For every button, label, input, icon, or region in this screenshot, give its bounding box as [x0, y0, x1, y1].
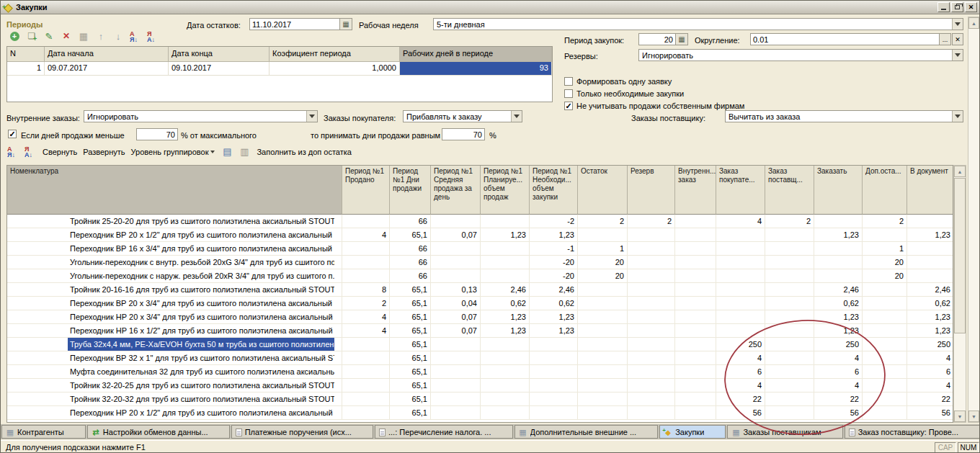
cell[interactable]: 22 [814, 393, 863, 405]
cell[interactable] [814, 242, 863, 255]
cell[interactable] [863, 324, 907, 337]
scroll-up-button[interactable]: ▲ [954, 166, 966, 177]
cell[interactable] [481, 242, 530, 255]
cell[interactable]: 66 [390, 256, 431, 269]
column-header[interactable]: Заказ покупате... [716, 166, 765, 215]
cell[interactable] [530, 338, 578, 351]
cell[interactable]: Переходник НР 20 х 3/4" для труб из сшит… [7, 310, 342, 323]
cell[interactable] [907, 269, 953, 282]
cell[interactable]: 2 [765, 215, 814, 228]
table-row[interactable]: Угольник-переходник с наруж. резьбой 20х… [7, 269, 953, 283]
table-row[interactable]: Переходник ВР 16 х 3/4" для труб из сшит… [7, 242, 953, 256]
cell[interactable]: Труба 32х4,4 мм, PE-Xa/EVOH бухта 50 м т… [7, 338, 342, 351]
sales-days-min-percent-input[interactable]: 70 [136, 128, 178, 140]
cell[interactable] [675, 228, 716, 241]
report-icon[interactable] [238, 146, 251, 158]
column-header[interactable]: Период №1 Планируе... объем продаж [481, 166, 530, 215]
cell[interactable]: 0,62 [814, 297, 863, 310]
cell[interactable] [481, 393, 530, 405]
cell[interactable]: 4 [716, 215, 765, 228]
cell[interactable]: 1,23 [907, 228, 953, 241]
cell[interactable] [431, 365, 481, 378]
cell[interactable] [765, 365, 814, 378]
tab-5[interactable]: Дополнительные внешние ... [514, 425, 659, 439]
table-row[interactable]: Переходник ВР 20 х 1/2" для труб из сшит… [7, 228, 953, 242]
cell[interactable] [863, 393, 907, 405]
cell[interactable]: Угольник-переходник с наруж. резьбой 20х… [7, 269, 342, 282]
option-checkbox-row[interactable]: Формировать одну заявку [564, 75, 744, 87]
cell[interactable] [675, 283, 716, 296]
cell[interactable]: 6 [907, 365, 953, 378]
cell[interactable] [765, 324, 814, 337]
cell[interactable]: 6 [716, 365, 765, 378]
cell[interactable]: 66 [390, 269, 431, 282]
restore-button[interactable] [951, 2, 963, 12]
collapse-button[interactable]: Свернуть [43, 148, 77, 156]
table-row[interactable]: Труба 32х4,4 мм, PE-Xa/EVOH бухта 50 м т… [7, 338, 953, 351]
date-balance-input[interactable]: 11.10.2017 [249, 18, 340, 30]
cell[interactable]: 20 [863, 269, 907, 282]
cell[interactable]: Переходник ВР 20 х 1/2" для труб из сшит… [7, 228, 342, 241]
cell[interactable]: Тройник 32-20-32 для труб из сшитого пол… [7, 393, 342, 405]
period-date-start-cell[interactable]: 09.07.2017 [45, 62, 169, 76]
cell[interactable] [578, 324, 628, 337]
cell[interactable]: 65,1 [390, 338, 431, 351]
form-scroll-down-button[interactable]: ▼ [968, 411, 979, 422]
cell[interactable] [342, 256, 390, 269]
cell[interactable] [628, 324, 675, 337]
cell[interactable] [342, 215, 390, 228]
cell[interactable] [675, 215, 716, 228]
cell[interactable] [765, 228, 814, 241]
cell[interactable]: 1 [578, 242, 628, 255]
cell[interactable] [628, 351, 675, 364]
table-row[interactable]: Переходник НР 20 х 1/2" для труб из сшит… [7, 406, 953, 420]
cell[interactable]: 4 [716, 379, 765, 392]
delete-icon[interactable] [60, 31, 73, 42]
cell[interactable]: 66 [390, 215, 431, 228]
close-button[interactable]: ✕ [965, 2, 977, 12]
edit-icon[interactable] [43, 31, 55, 42]
group-level-button[interactable]: Уровень группировок [131, 148, 215, 156]
cell[interactable]: 4 [342, 310, 390, 323]
cell[interactable]: Муфта соединительная 32 для труб из сшит… [7, 365, 342, 378]
checkbox-box[interactable] [564, 89, 573, 98]
cell[interactable] [863, 297, 907, 310]
cell[interactable] [907, 242, 953, 255]
cell[interactable] [628, 365, 675, 378]
cell[interactable]: 65,1 [390, 297, 431, 310]
minimize-button[interactable] [937, 2, 950, 12]
column-header-coef[interactable]: Коэфициент периода [270, 47, 400, 62]
rounding-clear-button[interactable]: ✕ [952, 33, 963, 45]
cell[interactable] [675, 269, 716, 282]
cell[interactable]: 1,23 [481, 310, 530, 323]
cell[interactable]: 56 [907, 406, 953, 419]
cell[interactable] [863, 365, 907, 378]
cell[interactable]: 2,46 [814, 283, 863, 296]
cell[interactable] [716, 283, 765, 296]
scrollbar-thumb[interactable] [954, 178, 966, 333]
cell[interactable]: 1,23 [907, 324, 953, 337]
cell[interactable] [481, 379, 530, 392]
cell[interactable] [765, 338, 814, 351]
cell[interactable]: 20 [578, 256, 628, 269]
cell[interactable]: 65,1 [390, 351, 431, 364]
period-number-cell[interactable]: 1 [7, 62, 45, 76]
cell[interactable]: 65,1 [390, 228, 431, 241]
periods-table-row[interactable]: 1 09.07.2017 09.10.2017 1,0000 93 [7, 62, 552, 76]
customer-orders-combobox[interactable]: Прибавлять к заказу [403, 110, 522, 122]
cell[interactable]: -1 [530, 242, 578, 255]
tab-6[interactable]: Закупки [659, 425, 726, 439]
cell[interactable] [578, 365, 628, 378]
cell[interactable]: 0,62 [481, 297, 530, 310]
cell[interactable]: 1,23 [814, 228, 863, 241]
cell[interactable]: -20 [530, 269, 578, 282]
cell[interactable] [481, 406, 530, 419]
purchase-period-calc-button[interactable]: ▦ [675, 33, 688, 45]
table-row[interactable]: Переходник НР 20 х 3/4" для труб из сшит… [7, 310, 953, 324]
rounding-more-button[interactable]: ... [939, 33, 951, 45]
cell[interactable]: 2,46 [907, 283, 953, 296]
cell[interactable] [431, 215, 481, 228]
internal-orders-dropdown-button[interactable] [306, 111, 317, 122]
cell[interactable] [675, 310, 716, 323]
fill-from-extra-balance-button[interactable]: Заполнить из доп остатка [257, 148, 351, 156]
